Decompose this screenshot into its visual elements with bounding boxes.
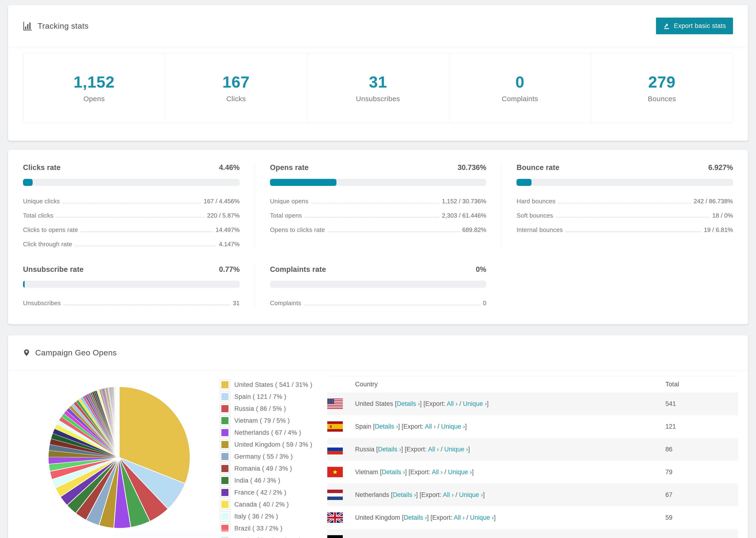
stat-value-bounces: 279 xyxy=(591,73,733,91)
legend-swatch xyxy=(220,427,230,438)
flag-us-icon xyxy=(327,399,343,409)
detail-label: Total clicks xyxy=(23,212,53,219)
bottom-blur-decoration xyxy=(113,531,243,538)
dotted-leader xyxy=(304,305,480,305)
details-link[interactable]: Details › xyxy=(393,491,416,498)
legend-item[interactable]: Russia ( 86 / 5% ) xyxy=(220,404,312,414)
legend-swatch xyxy=(220,475,230,486)
export-button-label: Export basic stats xyxy=(674,22,726,29)
legend-swatch xyxy=(220,499,230,510)
detail-label: Internal bounces xyxy=(516,226,563,234)
country-links: Spain [Details ›] [Export: All › / Uniqu… xyxy=(355,423,467,430)
detail-label: Opens to clicks rate xyxy=(270,226,325,234)
country-cell xyxy=(327,529,665,538)
export-basic-stats-button[interactable]: Export basic stats xyxy=(656,18,733,34)
legend-item[interactable]: Netherlands ( 67 / 4% ) xyxy=(220,427,312,438)
rate-head-bounce-rate: Bounce rate6.927% xyxy=(516,163,733,172)
detail-label: Complaints xyxy=(270,299,301,307)
total-cell: 541 xyxy=(665,393,738,415)
export-all-link[interactable]: All › xyxy=(428,446,439,453)
rate-value-clicks-rate: 4.46% xyxy=(219,163,240,172)
total-cell: 67 xyxy=(665,484,738,506)
export-unique-link[interactable]: Unique › xyxy=(444,446,468,453)
rate-title-unsubscribe-rate: Unsubscribe rate xyxy=(23,265,83,274)
legend-item[interactable]: India ( 46 / 3% ) xyxy=(220,475,312,486)
export-unique-link[interactable]: Unique › xyxy=(470,514,494,521)
rate-progress-fill-clicks-rate xyxy=(23,179,33,186)
rate-detail-rows-bounce-rate: Hard bounces242 / 86.738%Soft bounces18 … xyxy=(516,198,733,234)
detail-label: Unique opens xyxy=(270,198,308,205)
legend-swatch xyxy=(220,415,230,426)
stat-box-bounces: 279Bounces xyxy=(591,53,733,123)
legend-item[interactable]: France ( 42 / 2% ) xyxy=(220,487,312,498)
bar-chart-icon xyxy=(23,21,32,31)
export-all-link[interactable]: All › xyxy=(443,491,454,498)
total-cell: 79 xyxy=(665,461,738,484)
stat-value-clicks: 167 xyxy=(165,73,307,91)
table-row-ru: Russia [Details ›] [Export: All › / Uniq… xyxy=(327,438,738,461)
rate-value-bounce-rate: 6.927% xyxy=(708,163,733,172)
geo-legend: United States ( 541 / 31% )Spain ( 121 /… xyxy=(220,380,312,538)
details-link[interactable]: Details › xyxy=(378,446,401,453)
stat-value-complaints: 0 xyxy=(449,73,591,91)
export-unique-link[interactable]: Unique › xyxy=(463,400,487,407)
detail-value: 689.82% xyxy=(462,226,486,234)
flag-nl-icon xyxy=(327,490,343,500)
legend-item[interactable]: Romania ( 49 / 3% ) xyxy=(220,463,312,474)
detail-label: Unique clicks xyxy=(23,198,60,205)
country-links: United Kingdom [Details ›] [Export: All … xyxy=(355,514,496,521)
country-cell: Netherlands [Details ›] [Export: All › /… xyxy=(327,484,665,506)
rate-progress-fill-opens-rate xyxy=(270,179,337,186)
stat-value-unsubscribes: 31 xyxy=(307,73,449,91)
export-all-link[interactable]: All › xyxy=(447,400,458,407)
legend-label: Romania ( 49 / 3% ) xyxy=(234,465,292,472)
dotted-leader xyxy=(305,217,439,218)
legend-item[interactable]: United Kingdom ( 59 / 3% ) xyxy=(220,439,312,450)
legend-item[interactable]: Italy ( 36 / 2% ) xyxy=(220,511,312,521)
legend-label: Canada ( 40 / 2% ) xyxy=(234,501,289,508)
detail-label: Soft bounces xyxy=(516,212,553,219)
legend-item[interactable]: Spain ( 121 / 7% ) xyxy=(220,392,312,402)
detail-value: 1,152 / 30.736% xyxy=(442,198,486,205)
detail-label: Hard bounces xyxy=(516,198,555,205)
legend-item[interactable]: Vietnam ( 79 / 5% ) xyxy=(220,415,312,426)
legend-item[interactable]: United States ( 541 / 31% ) xyxy=(220,380,312,390)
flag-vn-icon xyxy=(327,467,343,477)
legend-label: South Africa ( 29 / 2% ) xyxy=(234,537,301,538)
export-unique-link[interactable]: Unique › xyxy=(459,491,483,498)
dotted-leader xyxy=(64,305,230,305)
export-all-link[interactable]: All › xyxy=(432,468,443,476)
details-link[interactable]: Details › xyxy=(404,514,427,521)
stat-box-unsubscribes: 31Unsubscribes xyxy=(307,53,449,123)
campaign-geo-opens-card: Campaign Geo Opens United States ( 541 /… xyxy=(8,335,748,538)
legend-swatch xyxy=(220,511,230,521)
export-all-link[interactable]: All › xyxy=(454,514,465,521)
export-icon xyxy=(663,23,670,29)
flag-es-icon xyxy=(327,421,343,432)
details-link[interactable]: Details › xyxy=(397,400,420,407)
rate-progress-track-clicks-rate xyxy=(23,179,240,186)
geo-table-container: Country Total United States [Details ›] … xyxy=(327,376,738,538)
table-row-nl: Netherlands [Details ›] [Export: All › /… xyxy=(327,484,738,506)
legend-item[interactable]: Germany ( 55 / 3% ) xyxy=(220,452,312,462)
stat-label-bounces: Bounces xyxy=(591,95,733,103)
legend-swatch xyxy=(220,392,230,402)
legend-swatch xyxy=(220,487,230,498)
legend-swatch xyxy=(220,380,230,390)
dotted-leader xyxy=(81,232,213,232)
export-unique-link[interactable]: Unique › xyxy=(441,423,465,430)
detail-row: Total clicks220 / 5.87% xyxy=(23,212,240,219)
legend-swatch xyxy=(220,452,230,462)
detail-row: Unsubscribes31 xyxy=(23,299,240,307)
legend-label: France ( 42 / 2% ) xyxy=(234,489,286,496)
details-link[interactable]: Details › xyxy=(375,423,398,430)
details-link[interactable]: Details › xyxy=(382,468,405,476)
export-all-link[interactable]: All › xyxy=(425,423,436,430)
legend-item[interactable]: Canada ( 40 / 2% ) xyxy=(220,499,312,510)
tracking-stats-header: Tracking stats Export basic stats xyxy=(8,5,748,47)
rates-card: Clicks rate4.46%Unique clicks167 / 4.456… xyxy=(8,149,748,324)
country-cell: Spain [Details ›] [Export: All › / Uniqu… xyxy=(327,415,665,438)
export-unique-link[interactable]: Unique › xyxy=(448,468,472,476)
detail-label: Click through rate xyxy=(23,241,72,248)
country-cell: Vietnam [Details ›] [Export: All › / Uni… xyxy=(327,461,665,484)
